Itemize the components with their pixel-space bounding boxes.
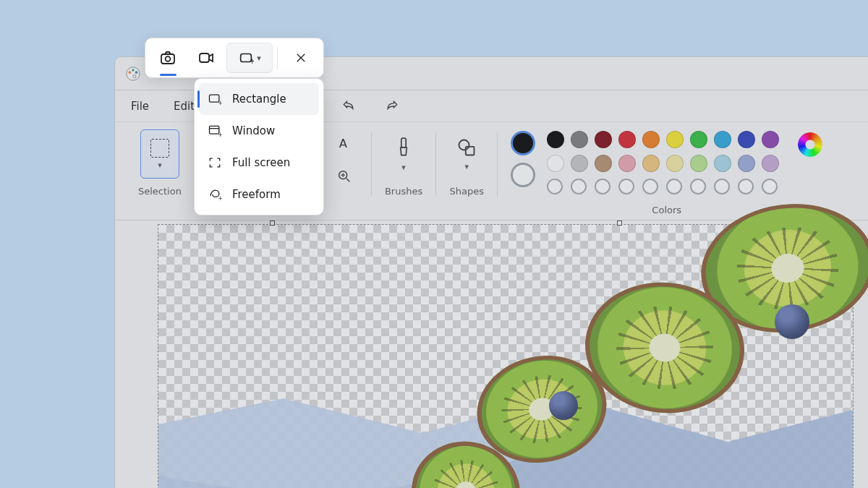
separator (277, 46, 278, 69)
color-swatch[interactable] (642, 131, 660, 148)
brush-icon (394, 137, 413, 158)
paint-app-icon (125, 66, 141, 82)
svg-point-1 (129, 71, 132, 74)
empty-color-slot[interactable] (618, 179, 634, 194)
fullscreen-snip-icon (208, 155, 222, 170)
color-swatch[interactable] (618, 131, 636, 148)
color-swatch[interactable] (666, 131, 684, 148)
color-swatch[interactable] (618, 155, 636, 172)
svg-point-10 (459, 140, 469, 150)
color-swatch[interactable] (690, 155, 707, 172)
color-swatch[interactable] (595, 155, 612, 172)
video-icon (197, 49, 215, 67)
color-1-swatch[interactable] (511, 131, 535, 155)
menu-file[interactable]: File (128, 97, 152, 116)
svg-rect-14 (200, 53, 209, 62)
color-swatch[interactable] (666, 155, 684, 172)
svg-point-4 (133, 74, 136, 77)
selection-rect-icon (150, 139, 169, 158)
ribbon-label-brushes: Brushes (385, 186, 422, 197)
snip-mode-dropdown[interactable]: + ▾ (226, 43, 273, 73)
svg-text:+: + (218, 131, 222, 138)
svg-point-13 (166, 56, 171, 61)
color-swatch[interactable] (571, 131, 588, 148)
zoom-tool[interactable] (331, 163, 358, 190)
redo-button[interactable] (380, 94, 404, 119)
color-swatch[interactable] (714, 155, 731, 172)
svg-point-2 (132, 69, 135, 72)
svg-point-3 (135, 71, 138, 74)
color-2-swatch[interactable] (511, 163, 535, 187)
canvas-resize-handle[interactable] (270, 221, 275, 226)
ribbon-label-colors: Colors (652, 205, 681, 215)
svg-rect-12 (161, 54, 174, 64)
ribbon-group-colors: Colors (498, 129, 827, 215)
empty-color-slot[interactable] (762, 179, 778, 194)
color-swatch[interactable] (738, 131, 755, 148)
snip-record-button[interactable] (188, 43, 225, 73)
ribbon-label-shapes: Shapes (449, 186, 483, 197)
chevron-down-icon: ▾ (158, 160, 162, 170)
canvas-resize-handle[interactable] (617, 221, 622, 226)
color-swatch[interactable] (571, 155, 588, 172)
svg-text:A: A (339, 137, 348, 150)
color-swatch[interactable] (762, 155, 779, 172)
chevron-down-icon: ▾ (464, 162, 469, 171)
ribbon-group-shapes: ▾ Shapes (436, 129, 497, 197)
snip-close-button[interactable] (282, 43, 319, 73)
snipping-tool-bar: + ▾ (145, 38, 324, 78)
snip-screenshot-button[interactable] (150, 43, 187, 73)
chevron-down-icon: ▾ (257, 53, 261, 63)
color-swatch[interactable] (642, 155, 660, 172)
text-icon: A (336, 135, 352, 151)
menu-label: Full screen (232, 156, 290, 169)
ribbon-label-selection: Selection (138, 186, 182, 197)
close-icon (294, 51, 307, 64)
empty-color-slot[interactable] (714, 179, 730, 194)
empty-color-slot[interactable] (547, 179, 563, 194)
text-tool[interactable]: A (331, 129, 358, 157)
shapes-button[interactable]: ▾ (449, 129, 484, 179)
empty-color-slot[interactable] (595, 179, 610, 194)
empty-color-slot[interactable] (666, 179, 682, 194)
menu-label: Rectangle (232, 93, 286, 106)
empty-color-slot[interactable] (690, 179, 706, 194)
freeform-snip-icon: + (208, 187, 222, 202)
rectangle-snip-icon: + (238, 50, 254, 66)
canvas-content-blueberry (549, 391, 578, 420)
color-swatch[interactable] (714, 131, 731, 148)
snip-mode-window[interactable]: + Window (199, 115, 319, 147)
camera-icon (159, 49, 176, 67)
color-swatch[interactable] (690, 131, 707, 148)
snip-mode-freeform[interactable]: + Freeform (199, 179, 319, 210)
redo-icon (385, 99, 399, 114)
chevron-down-icon: ▾ (401, 163, 406, 172)
color-swatch[interactable] (738, 155, 755, 172)
color-palette (547, 131, 780, 174)
brushes-button[interactable]: ▾ (386, 129, 421, 179)
ribbon-group-brushes: ▾ Brushes (372, 129, 435, 197)
svg-text:+: + (250, 57, 254, 65)
snip-mode-rectangle[interactable]: + Rectangle (199, 83, 319, 115)
svg-text:+: + (218, 99, 222, 106)
undo-button[interactable] (336, 94, 361, 119)
canvas[interactable] (158, 225, 853, 488)
rectangle-snip-icon: + (208, 92, 222, 106)
menu-label: Freeform (232, 188, 281, 201)
svg-text:+: + (218, 194, 222, 202)
shapes-icon (456, 137, 477, 158)
empty-color-slot[interactable] (642, 179, 658, 194)
empty-color-slot[interactable] (571, 179, 587, 194)
color-swatch[interactable] (595, 131, 612, 148)
color-swatch[interactable] (762, 131, 779, 148)
color-palette-empty (547, 179, 780, 197)
empty-color-slot[interactable] (738, 179, 754, 194)
edit-colors-button[interactable] (798, 132, 822, 157)
svg-rect-11 (466, 146, 475, 155)
selection-tool-button[interactable]: ▾ (140, 129, 179, 179)
snip-mode-fullscreen[interactable]: Full screen (199, 147, 319, 179)
undo-icon (341, 99, 356, 114)
snip-mode-menu: + Rectangle + Window Full screen + Freef… (194, 78, 324, 215)
color-swatch[interactable] (547, 155, 564, 172)
color-swatch[interactable] (547, 131, 564, 148)
